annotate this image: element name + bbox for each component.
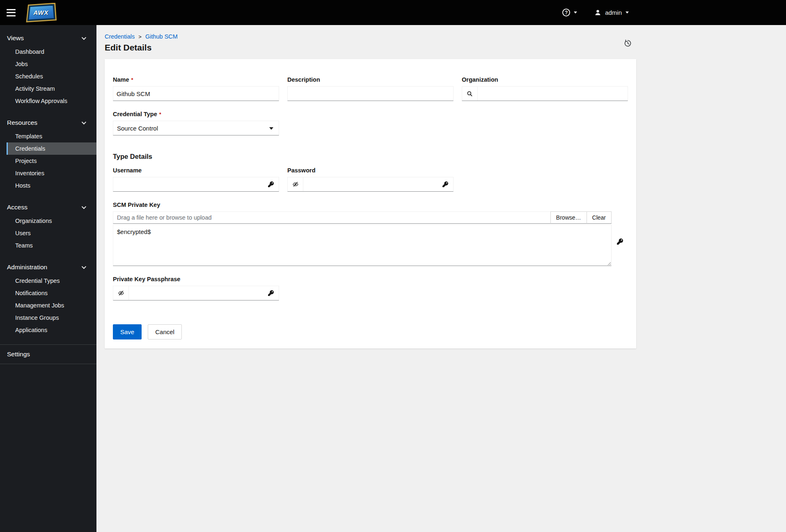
username-label: Username (113, 167, 142, 174)
username-input[interactable] (113, 177, 263, 191)
sidebar-section-resources-toggle[interactable]: Resources (0, 115, 96, 130)
form-actions: Save Cancel (113, 324, 628, 339)
sidebar-section-administration-toggle[interactable]: Administration (0, 260, 96, 275)
chevron-down-icon (82, 120, 86, 124)
main-content: Credentials > Github SCM Edit Details Na… (96, 25, 786, 532)
organization-label: Organization (462, 76, 498, 83)
sidebar-divider (0, 364, 96, 364)
sidebar-item-dashboard[interactable]: Dashboard (0, 46, 96, 58)
sidebar-section-views: Views Dashboard Jobs Schedules Activity … (0, 31, 96, 107)
name-field-group: Name * (113, 76, 279, 101)
top-bar: AWX ? admin (0, 0, 786, 25)
clear-button[interactable]: Clear (587, 211, 612, 224)
password-input[interactable] (303, 177, 438, 191)
chevron-down-icon (82, 35, 86, 40)
sidebar-section-access: Access Organizations Users Teams (0, 200, 96, 252)
help-menu[interactable]: ? (560, 8, 580, 17)
sidebar-item-templates[interactable]: Templates (0, 130, 96, 142)
edit-details-card: Name * Description Organization (105, 59, 636, 349)
sidebar-item-settings[interactable]: Settings (0, 345, 96, 364)
page-title: Edit Details (105, 43, 636, 53)
credential-type-label: Credential Type (113, 111, 157, 117)
sidebar-item-hosts[interactable]: Hosts (0, 179, 96, 192)
cancel-button[interactable]: Cancel (148, 324, 182, 339)
password-credential-lookup-key-icon[interactable] (438, 177, 453, 191)
topbar-actions: ? admin (560, 0, 631, 25)
sidebar-section-label: Views (7, 34, 24, 42)
sidebar-item-jobs[interactable]: Jobs (0, 58, 96, 70)
credential-type-selected-value: Source Control (117, 125, 158, 132)
description-field-group: Description (287, 76, 454, 101)
help-icon: ? (562, 9, 570, 16)
chevron-down-icon (574, 11, 577, 14)
type-details-heading: Type Details (113, 153, 628, 161)
sidebar-item-users[interactable]: Users (0, 227, 96, 239)
sidebar-section-resources: Resources Templates Credentials Projects… (0, 115, 96, 192)
sidebar-section-label: Resources (7, 119, 37, 126)
scm-private-key-credential-lookup-key-icon[interactable] (615, 237, 625, 246)
private-key-passphrase-field-group: Private Key Passphrase (113, 276, 628, 300)
sidebar-item-credentials[interactable]: Credentials (7, 142, 96, 155)
required-marker: * (159, 111, 161, 117)
password-label: Password (287, 167, 316, 174)
credential-type-select[interactable]: Source Control (113, 121, 279, 135)
username-field-group: Username (113, 167, 279, 192)
passphrase-visibility-toggle-eye-slash-icon[interactable] (113, 286, 129, 300)
passphrase-credential-lookup-key-icon[interactable] (263, 286, 279, 300)
content-header: Credentials > Github SCM Edit Details (105, 33, 636, 53)
private-key-passphrase-label: Private Key Passphrase (113, 276, 180, 282)
scm-private-key-label: SCM Private Key (113, 202, 160, 208)
breadcrumb: Credentials > Github SCM (105, 33, 636, 40)
chevron-down-icon (82, 204, 86, 209)
credential-type-field-group: Credential Type * Source Control (113, 111, 628, 135)
user-name: admin (605, 9, 622, 16)
awx-logo-badge: AWX (25, 3, 57, 23)
sidebar-item-notifications[interactable]: Notifications (0, 287, 96, 299)
sidebar-item-activity-stream[interactable]: Activity Stream (0, 83, 96, 95)
sidebar-item-applications[interactable]: Applications (0, 324, 96, 336)
sidebar-item-projects[interactable]: Projects (0, 155, 96, 167)
sidebar-item-instance-groups[interactable]: Instance Groups (0, 312, 96, 324)
chevron-down-icon (82, 264, 86, 269)
user-icon (594, 9, 601, 16)
name-input[interactable] (113, 86, 279, 101)
breadcrumb-credential-name-link[interactable]: Github SCM (145, 33, 178, 40)
user-menu[interactable]: admin (592, 9, 631, 16)
description-input[interactable] (287, 86, 454, 101)
scm-private-key-textarea[interactable]: $encrypted$ (113, 225, 612, 266)
sidebar-section-label: Administration (7, 264, 47, 271)
sidebar-item-schedules[interactable]: Schedules (0, 70, 96, 83)
awx-logo-text: AWX (33, 9, 48, 16)
private-key-passphrase-input[interactable] (129, 286, 263, 300)
sidebar-item-credential-types[interactable]: Credential Types (0, 275, 96, 287)
sidebar-section-views-toggle[interactable]: Views (0, 31, 96, 46)
nav-toggle-icon[interactable] (7, 9, 17, 17)
save-button[interactable]: Save (113, 324, 142, 339)
sidebar-item-inventories[interactable]: Inventories (0, 167, 96, 179)
username-credential-lookup-key-icon[interactable] (263, 177, 279, 191)
organization-input[interactable] (478, 87, 628, 101)
sidebar-section-access-toggle[interactable]: Access (0, 200, 96, 215)
sidebar-section-administration: Administration Credential Types Notifica… (0, 260, 96, 336)
description-label: Description (287, 76, 320, 83)
organization-search-icon[interactable] (462, 87, 478, 101)
browse-button[interactable]: Browse… (550, 211, 587, 224)
chevron-down-icon (269, 127, 273, 130)
awx-logo[interactable]: AWX (25, 3, 57, 23)
breadcrumb-separator: > (138, 34, 142, 40)
organization-field-group: Organization (462, 76, 628, 101)
sidebar-item-teams[interactable]: Teams (0, 239, 96, 252)
breadcrumb-credentials-link[interactable]: Credentials (105, 33, 135, 40)
required-marker: * (131, 77, 133, 83)
file-upload-input[interactable] (113, 211, 551, 224)
password-field-group: Password (287, 167, 454, 192)
sidebar-item-management-jobs[interactable]: Management Jobs (0, 299, 96, 312)
sidebar-item-organizations[interactable]: Organizations (0, 215, 96, 227)
sidebar-item-workflow-approvals[interactable]: Workflow Approvals (0, 95, 96, 107)
name-label: Name (113, 76, 129, 83)
password-visibility-toggle-eye-slash-icon[interactable] (288, 177, 303, 191)
sidebar-section-label: Access (7, 204, 27, 211)
history-icon[interactable] (623, 38, 633, 50)
chevron-down-icon (626, 11, 629, 14)
file-upload-row: Browse… Clear (113, 211, 612, 224)
